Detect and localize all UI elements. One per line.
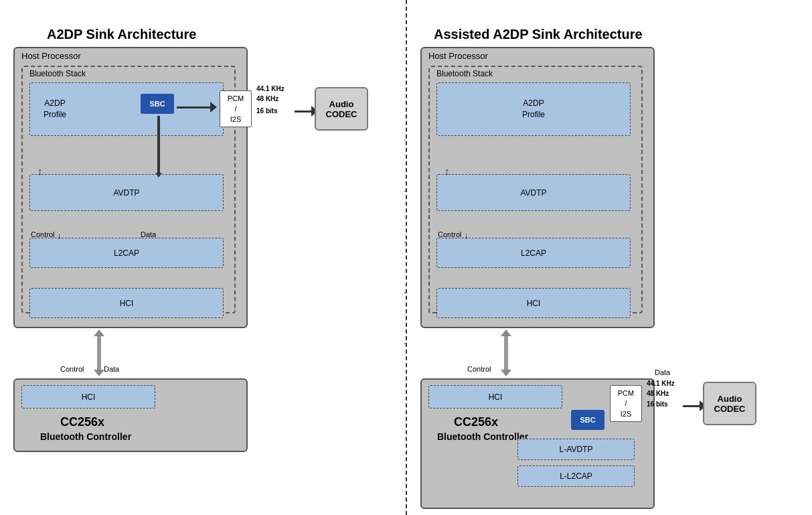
left-ctrl-data-arrow	[94, 329, 104, 376]
right-avdtp-box: AVDTP	[436, 174, 631, 211]
left-title: A2DP Sink Architecture	[47, 27, 196, 42]
right-control-label: Control	[438, 230, 461, 238]
left-pcm-box: PCM / I2S	[220, 90, 252, 127]
left-bt-stack-label: Bluetooth Stack	[29, 69, 86, 78]
right-controller-title: CC256x	[454, 415, 498, 429]
right-controller-hci-box: HCI	[428, 385, 562, 409]
left-controller-hci-box: HCI	[21, 385, 155, 409]
right-data-bottom-label: Data	[655, 368, 670, 376]
right-codec-box: Audio CODEC	[703, 382, 756, 425]
left-controller-hci-label: HCI	[82, 392, 96, 402]
right-freq-label: 44.1 KHz 48 KHz	[647, 378, 675, 398]
right-ctrl-arrow: ↓	[464, 230, 469, 240]
right-diagram: Assisted A2DP Sink Architecture Host Pro…	[414, 27, 809, 509]
right-ctrl-arrow-vertical	[501, 329, 511, 376]
right-title: Assisted A2DP Sink Architecture	[434, 27, 643, 42]
right-controller-hci-label: HCI	[489, 392, 503, 402]
left-avdtp-label: AVDTP	[113, 188, 139, 198]
right-bits-label: 16 bits	[647, 400, 668, 408]
left-data-vertical-arrow	[155, 116, 162, 177]
left-data-label: Data	[141, 230, 156, 238]
right-host-processor-label: Host Processor	[428, 51, 488, 61]
right-hci-label: HCI	[527, 299, 541, 308]
right-a2dp-label: A2DP Profile	[522, 98, 545, 121]
left-codec-label: Audio CODEC	[321, 99, 361, 119]
right-l2cap-label: L2CAP	[521, 248, 546, 258]
right-l-avdtp-box: L-AVDTP	[517, 439, 635, 460]
right-ctrl-bottom-label: Control	[467, 365, 491, 373]
left-sbc-box: SBC	[141, 94, 174, 114]
left-l2cap-label: L2CAP	[114, 248, 139, 258]
right-hci-box: HCI	[436, 288, 631, 318]
left-data-bottom-label: Data	[104, 365, 119, 373]
right-avdtp-label: AVDTP	[520, 188, 546, 198]
right-avdtp-circ-up: ↕	[444, 165, 450, 177]
left-avdtp-circ-up: ↕	[37, 165, 43, 177]
left-avdtp-box: AVDTP	[29, 174, 224, 211]
right-bt-stack-label: Bluetooth Stack	[436, 69, 493, 78]
right-l2cap-box: L2CAP	[436, 238, 631, 268]
right-a2dp-box: A2DP Profile	[436, 82, 631, 136]
divider-dots: · · · · ·	[404, 134, 406, 348]
right-pcm-box: PCM / I2S	[610, 385, 642, 422]
left-bits-label: 16 bits	[256, 107, 278, 115]
left-hci-box: HCI	[29, 288, 224, 318]
left-hci-label: HCI	[120, 299, 134, 308]
page: A2DP Sink Architecture Host Processor Bl…	[0, 0, 812, 515]
left-ctrl-arrow: ↓	[57, 230, 62, 240]
left-l2cap-box: L2CAP	[29, 238, 224, 268]
right-controller-subtitle: Bluetooth Controller	[437, 431, 528, 442]
right-l-l2cap-label: L-L2CAP	[560, 471, 592, 481]
left-ctrl-bottom-label: Control	[60, 365, 84, 373]
left-codec-box: Audio CODEC	[315, 87, 368, 131]
left-a2dp-label: A2DP Profile	[44, 98, 66, 121]
right-l-l2cap-box: L-L2CAP	[517, 465, 635, 487]
left-controller-subtitle: Bluetooth Controller	[40, 431, 131, 442]
left-controller-title: CC256x	[60, 415, 104, 429]
right-codec-label: Audio CODEC	[710, 394, 750, 414]
left-sbc-to-pcm-arrow	[177, 102, 217, 113]
right-sbc-box: SBC	[571, 410, 604, 430]
left-diagram: A2DP Sink Architecture Host Processor Bl…	[7, 27, 402, 509]
right-l-avdtp-label: L-AVDTP	[560, 445, 593, 454]
left-freq-label: 44.1 KHz 48 KHz	[256, 84, 285, 104]
left-host-processor-label: Host Processor	[21, 51, 81, 61]
left-control-label: Control	[31, 230, 54, 238]
